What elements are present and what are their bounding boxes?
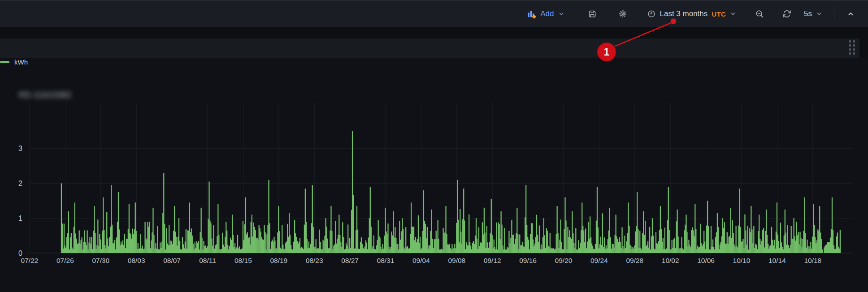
save-icon: [588, 9, 597, 18]
dashboard-background: [0, 28, 868, 39]
panel-drag-handle-icon[interactable]: [849, 40, 855, 55]
refresh-interval-label: 5s: [804, 9, 812, 18]
svg-text:09/28: 09/28: [626, 257, 643, 264]
chevron-up-icon: [847, 10, 855, 18]
svg-text:09/12: 09/12: [484, 257, 501, 264]
svg-text:10/18: 10/18: [804, 257, 821, 264]
svg-text:07/22: 07/22: [21, 257, 39, 264]
svg-text:10/10: 10/10: [733, 257, 751, 264]
kwh-time-series-chart[interactable]: 07/2207/2607/3008/0308/0708/1108/1508/19…: [0, 58, 868, 292]
dashboard-toolbar: Add Last 3 mon: [0, 0, 868, 28]
svg-text:07/30: 07/30: [92, 257, 109, 264]
refresh-icon: [782, 9, 791, 18]
add-button-label: Add: [540, 9, 554, 18]
timezone-label: UTC: [712, 10, 726, 18]
svg-text:10/14: 10/14: [768, 257, 786, 264]
chevron-down-icon: [816, 11, 822, 17]
panel-header-row: [0, 39, 859, 58]
svg-text:08/23: 08/23: [306, 257, 323, 264]
gear-icon: [618, 9, 627, 18]
svg-text:0: 0: [18, 249, 22, 257]
collapse-toolbar-button[interactable]: [842, 8, 859, 21]
svg-text:08/31: 08/31: [377, 257, 395, 264]
svg-text:08/07: 08/07: [163, 257, 181, 264]
svg-text:09/20: 09/20: [555, 257, 573, 264]
svg-text:08/27: 08/27: [341, 257, 359, 264]
zoom-out-icon: [755, 9, 764, 19]
svg-text:07/26: 07/26: [56, 257, 74, 264]
svg-text:09/04: 09/04: [412, 257, 430, 264]
svg-text:09/24: 09/24: [590, 257, 608, 264]
bar-chart-plus-icon: [527, 9, 536, 19]
refresh-dashboard-button[interactable]: [778, 7, 796, 21]
svg-text:09/16: 09/16: [519, 257, 537, 264]
time-series-panel: RD-11623382 07/2207/2607/3008/0308/0708/…: [0, 58, 868, 292]
chevron-down-icon: [730, 11, 736, 17]
svg-text:10/06: 10/06: [697, 257, 715, 264]
clock-icon: [647, 9, 656, 18]
time-range-label: Last 3 months: [660, 9, 708, 18]
chevron-down-icon: [558, 11, 564, 17]
toolbar-divider: [834, 6, 834, 21]
svg-text:10/02: 10/02: [662, 257, 679, 264]
zoom-out-time-button[interactable]: [751, 7, 769, 21]
svg-text:1: 1: [18, 215, 22, 222]
svg-text:08/11: 08/11: [199, 257, 216, 264]
refresh-interval-dropdown[interactable]: 5s: [799, 7, 827, 21]
time-range-picker[interactable]: Last 3 months UTC: [642, 7, 741, 21]
svg-text:09/08: 09/08: [448, 257, 465, 264]
svg-text:3: 3: [18, 145, 22, 152]
add-button[interactable]: Add: [522, 7, 569, 21]
svg-text:08/03: 08/03: [128, 257, 145, 264]
svg-text:2: 2: [18, 180, 22, 187]
svg-text:08/19: 08/19: [270, 257, 287, 264]
svg-text:08/15: 08/15: [234, 257, 252, 264]
save-dashboard-button[interactable]: [583, 7, 601, 21]
dashboard-settings-button[interactable]: [614, 7, 632, 21]
